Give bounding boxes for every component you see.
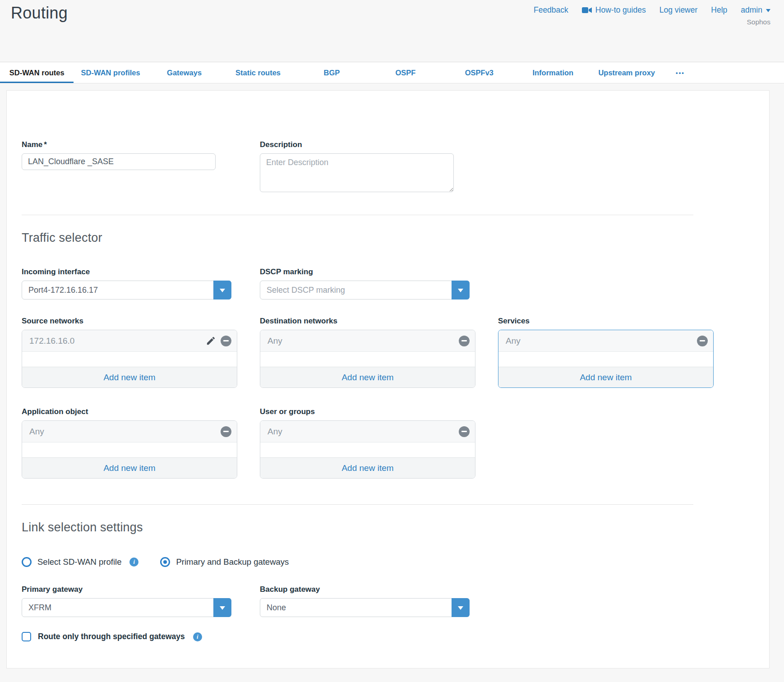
add-new-item-button[interactable]: Add new item: [260, 457, 475, 478]
remove-item-icon[interactable]: [459, 426, 470, 437]
radio-label[interactable]: Select SD-WAN profile: [37, 557, 121, 567]
tab-ospfv3[interactable]: OSPFv3: [443, 62, 516, 83]
user-or-groups-label: User or groups: [260, 407, 476, 416]
description-textarea[interactable]: [260, 153, 454, 192]
route-only-label[interactable]: Route only through specified gateways: [38, 632, 185, 641]
user-menu[interactable]: admin: [741, 5, 770, 15]
radio-select-sdwan-profile[interactable]: [22, 557, 32, 567]
itembox-filler: [22, 442, 237, 457]
chevron-down-icon: [766, 9, 770, 14]
section-divider: [22, 215, 693, 215]
brand-text: Sophos: [747, 18, 770, 26]
tab-static-routes[interactable]: Static routes: [221, 62, 295, 83]
incoming-interface-group: Incoming interface Port4-172.16.16.17: [22, 267, 238, 300]
feedback-link[interactable]: Feedback: [534, 5, 568, 15]
dscp-marking-label: DSCP marking: [260, 267, 476, 276]
backup-gateway-label: Backup gateway: [260, 585, 476, 594]
log-viewer-link[interactable]: Log viewer: [659, 5, 698, 15]
name-input[interactable]: [22, 153, 216, 170]
tab-information[interactable]: Information: [516, 62, 590, 83]
list-item: Any: [498, 330, 713, 352]
remove-item-icon[interactable]: [459, 336, 470, 346]
list-item: Any: [22, 421, 237, 442]
tab-upstream-proxy[interactable]: Upstream proxy: [590, 62, 664, 83]
name-label: Name: [22, 140, 42, 149]
traffic-selector-heading: Traffic selector: [22, 231, 769, 245]
header-nav: Feedback How-to guides Log viewer Help a…: [534, 5, 770, 15]
list-item: Any: [260, 330, 475, 352]
source-networks-group: Source networks 172.16.16.0 Add new item: [22, 317, 238, 388]
add-new-item-button[interactable]: Add new item: [260, 367, 475, 387]
itembox-filler: [498, 352, 713, 367]
backup-gateway-select[interactable]: None: [260, 598, 470, 617]
incoming-interface-label: Incoming interface: [22, 267, 238, 276]
list-item: Any: [260, 421, 475, 442]
backup-gateway-group: Backup gateway None: [260, 585, 476, 617]
dscp-marking-group: DSCP marking Select DSCP marking: [260, 267, 476, 300]
info-icon[interactable]: i: [129, 558, 138, 567]
radio-primary-backup-gateways[interactable]: [160, 557, 170, 567]
description-field-group: Description: [260, 140, 476, 194]
sdwan-route-form-card: Name* Description Traffic selector Incom…: [6, 90, 770, 668]
dropdown-caret-icon[interactable]: [213, 281, 231, 300]
tab-ospf[interactable]: OSPF: [369, 62, 442, 83]
add-new-item-button[interactable]: Add new item: [498, 367, 713, 387]
primary-gateway-group: Primary gateway XFRM: [22, 585, 238, 617]
source-networks-label: Source networks: [22, 317, 238, 326]
remove-item-icon[interactable]: [221, 336, 231, 346]
route-only-checkbox[interactable]: [22, 632, 31, 641]
description-label: Description: [260, 140, 476, 149]
tab-bgp[interactable]: BGP: [295, 62, 369, 83]
remove-item-icon[interactable]: [697, 336, 708, 346]
application-object-box: Any Add new item: [22, 420, 237, 479]
add-new-item-button[interactable]: Add new item: [22, 367, 237, 387]
required-marker: *: [44, 140, 47, 149]
link-selection-options: Select SD-WAN profile i Primary and Back…: [22, 557, 769, 567]
source-networks-box: 172.16.16.0 Add new item: [22, 330, 237, 388]
radio-label[interactable]: Primary and Backup gateways: [176, 557, 289, 567]
primary-gateway-select[interactable]: XFRM: [22, 598, 231, 617]
destination-networks-box: Any Add new item: [260, 330, 475, 388]
tab-gateways[interactable]: Gateways: [148, 62, 221, 83]
name-field-group: Name*: [22, 140, 238, 170]
services-box: Any Add new item: [498, 330, 714, 388]
dropdown-caret-icon[interactable]: [452, 281, 470, 300]
destination-networks-label: Destination networks: [260, 317, 476, 326]
how-to-guides-link[interactable]: How-to guides: [582, 5, 646, 15]
tab-sdwan-routes[interactable]: SD-WAN routes: [0, 62, 74, 83]
dropdown-caret-icon[interactable]: [213, 598, 231, 617]
tab-more-ellipsis[interactable]: •••: [664, 62, 697, 83]
help-link[interactable]: Help: [711, 5, 727, 15]
link-selection-heading: Link selection settings: [22, 521, 769, 535]
top-header: Routing Feedback How-to guides Log viewe…: [0, 0, 784, 62]
primary-gateway-label: Primary gateway: [22, 585, 238, 594]
add-new-item-button[interactable]: Add new item: [22, 457, 237, 478]
dscp-marking-select[interactable]: Select DSCP marking: [260, 281, 470, 300]
route-only-row: Route only through specified gateways i: [22, 632, 769, 641]
services-group: Services Any Add new item: [498, 317, 715, 388]
itembox-filler: [22, 352, 237, 367]
application-object-label: Application object: [22, 407, 238, 416]
services-label: Services: [498, 317, 715, 326]
destination-networks-group: Destination networks Any Add new item: [260, 317, 476, 388]
page-title: Routing: [11, 4, 68, 23]
dropdown-caret-icon[interactable]: [452, 598, 470, 617]
edit-pencil-icon[interactable]: [206, 336, 216, 346]
incoming-interface-select[interactable]: Port4-172.16.16.17: [22, 281, 231, 300]
application-object-group: Application object Any Add new item: [22, 407, 238, 479]
tab-sdwan-profiles[interactable]: SD-WAN profiles: [74, 62, 147, 83]
info-icon[interactable]: i: [193, 632, 202, 641]
user-or-groups-box: Any Add new item: [260, 420, 475, 479]
tab-bar: SD-WAN routes SD-WAN profiles Gateways S…: [0, 62, 784, 83]
itembox-filler: [260, 442, 475, 457]
itembox-filler: [260, 352, 475, 367]
list-item: 172.16.16.0: [22, 330, 237, 352]
remove-item-icon[interactable]: [221, 426, 231, 437]
video-camera-icon: [582, 7, 592, 14]
section-divider: [22, 504, 693, 505]
user-or-groups-group: User or groups Any Add new item: [260, 407, 476, 479]
